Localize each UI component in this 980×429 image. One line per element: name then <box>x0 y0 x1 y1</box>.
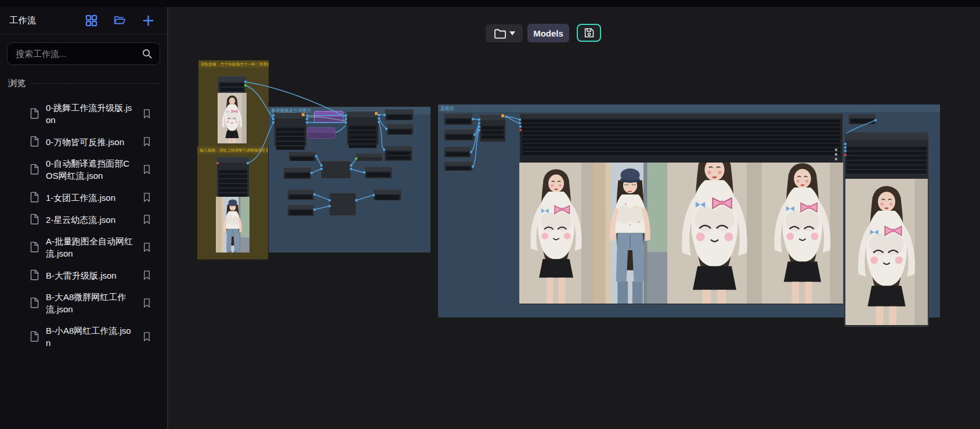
sidebar-header: 工作流 <box>0 7 167 34</box>
workflow-list-item[interactable]: 2-星云幼态流.json <box>0 208 167 230</box>
graph-node[interactable] <box>479 114 506 142</box>
workflow-filename: 0-自动翻译遮挡面部COS网红流.json <box>46 157 136 182</box>
browse-label: 浏览 <box>8 78 26 89</box>
graph-node[interactable] <box>373 189 402 201</box>
bookmark-icon[interactable] <box>142 241 152 254</box>
output-image-girl-cap <box>593 163 667 304</box>
bookmark-icon[interactable] <box>142 107 152 120</box>
group-title[interactable]: 输入视频，读取上限调整可调整视频长度 <box>197 146 268 154</box>
bookmark-icon[interactable] <box>142 135 152 148</box>
graph-node[interactable] <box>287 189 314 200</box>
browse-section-header: 浏览 <box>8 78 161 89</box>
graph-node[interactable] <box>444 161 473 171</box>
save-workflow-button[interactable] <box>577 24 601 42</box>
output-image-girl-bow <box>667 163 762 304</box>
output-image-girl-bow <box>519 163 593 304</box>
output-image-girl-bow <box>762 163 843 304</box>
graph-node[interactable] <box>287 204 314 217</box>
app-window: 工作流 浏览 <box>0 0 980 429</box>
graph-node[interactable] <box>307 127 335 139</box>
graph-node-selected[interactable] <box>314 111 343 123</box>
grid-layout-icon[interactable] <box>85 14 97 27</box>
graph-node[interactable] <box>329 193 356 216</box>
workflow-list-item[interactable]: 0-自动翻译遮挡面部COS网红流.json <box>0 153 167 186</box>
document-icon <box>29 330 40 343</box>
graph-node[interactable] <box>364 167 392 179</box>
output-image-girl-bow <box>845 179 928 325</box>
workflow-list-item[interactable]: B-小A8网红工作流.json <box>0 320 167 354</box>
search-box <box>7 42 160 65</box>
document-icon <box>29 163 40 176</box>
open-folder-icon[interactable] <box>113 14 126 27</box>
workflow-filename: B-大A8微胖网红工作流.json <box>46 291 136 315</box>
document-icon <box>29 269 40 282</box>
document-icon <box>29 213 40 226</box>
group-title[interactable]: 监视台 <box>438 104 940 112</box>
graph-node[interactable] <box>288 152 316 161</box>
window-top-bar <box>0 0 980 7</box>
bookmark-icon[interactable] <box>142 297 152 309</box>
graph-node[interactable] <box>283 167 312 179</box>
preview-image-girl-bow <box>218 93 247 143</box>
document-icon <box>29 297 40 309</box>
workflow-filename: 2-星云幼态流.json <box>46 214 136 226</box>
search-input[interactable] <box>15 48 142 59</box>
bookmark-icon[interactable] <box>142 163 152 176</box>
workflow-list-item[interactable]: A-批量跑图全自动网红流.json <box>0 230 167 264</box>
workflow-list-item[interactable]: 0-万物皆可反推.json <box>0 131 167 153</box>
folder-icon <box>494 28 507 39</box>
bookmark-icon[interactable] <box>142 330 152 343</box>
workflow-folder-button[interactable] <box>486 24 523 42</box>
workflow-filename: 0-跳舞工作流升级版.json <box>46 102 136 126</box>
graph-node[interactable] <box>356 153 383 161</box>
bookmark-icon[interactable] <box>142 269 152 282</box>
workflow-filename: B-小A8网红工作流.json <box>46 325 136 349</box>
graph-node[interactable] <box>321 161 351 179</box>
graph-node[interactable] <box>444 113 473 125</box>
sidebar-title: 工作流 <box>9 15 37 26</box>
graph-node[interactable] <box>346 111 379 145</box>
workflow-filename: 1-女团工作流.json <box>46 192 136 204</box>
workflows-sidebar: 工作流 浏览 <box>0 7 168 429</box>
models-button[interactable]: Models <box>527 24 569 42</box>
workflow-filename: A-批量跑图全自动网红流.json <box>46 235 136 259</box>
workflow-list-item[interactable]: B-大A8微胖网红工作流.json <box>0 286 167 320</box>
section-divider <box>31 83 161 84</box>
document-icon <box>29 135 40 148</box>
workflow-list-item[interactable]: 1-女团工作流.json <box>0 186 167 208</box>
document-icon <box>29 191 40 204</box>
graph-node[interactable] <box>218 76 246 93</box>
workflow-filename: 0-万物皆可反推.json <box>46 136 136 148</box>
bookmark-icon[interactable] <box>142 191 152 204</box>
graph-node[interactable] <box>385 109 414 121</box>
document-icon <box>29 107 40 120</box>
document-icon <box>29 241 40 254</box>
graph-node[interactable] <box>444 146 471 158</box>
save-icon <box>584 27 595 38</box>
bookmark-icon[interactable] <box>142 213 152 226</box>
workflow-list-item[interactable]: 0-跳舞工作流升级版.json <box>0 97 167 131</box>
search-icon[interactable] <box>142 48 153 59</box>
group-title[interactable]: 获取图像，尺寸和视频尺寸一样！简单背景最好 <box>198 60 269 68</box>
graph-node[interactable] <box>848 114 876 125</box>
plus-icon[interactable] <box>142 14 154 27</box>
workflow-list: 0-跳舞工作流升级版.json 0-万物皆可反推.json 0-自动翻译遮挡面部… <box>0 91 167 354</box>
graph-node[interactable] <box>384 146 413 161</box>
caret-down-icon <box>509 31 515 35</box>
graph-node[interactable] <box>386 124 414 135</box>
preview-image-girl-cap <box>216 197 249 253</box>
graph-node[interactable] <box>216 157 249 197</box>
graph-node[interactable] <box>444 129 475 141</box>
workflow-list-item[interactable]: B-大雷升级版.json <box>0 264 167 286</box>
graph-node[interactable] <box>274 113 307 147</box>
workflow-filename: B-大雷升级版.json <box>46 269 136 282</box>
